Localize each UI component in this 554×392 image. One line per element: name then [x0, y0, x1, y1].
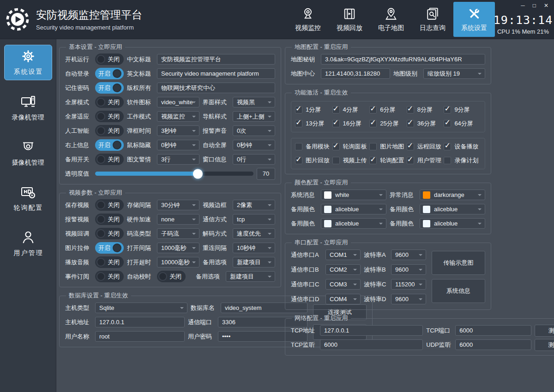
spare-color-select-4[interactable]: aliceblue [420, 218, 485, 229]
host-address-input[interactable] [95, 317, 185, 327]
auto-timesync-toggle[interactable]: 关闭 [157, 271, 186, 282]
nav-item-video-monitor[interactable]: 视频监控 [287, 0, 329, 39]
video-callback-toggle[interactable]: 关闭 [95, 228, 124, 239]
checkbox-remote-playback[interactable]: 远程回放 [407, 143, 444, 151]
en-title-input[interactable] [157, 68, 275, 79]
map-level-select[interactable]: 缩放级别 19 [423, 68, 485, 79]
host-type-select[interactable]: Sqlite [95, 303, 187, 313]
checkbox-record-plan[interactable]: 录像计划 [444, 156, 481, 165]
minimize-button[interactable]: ─ [521, 1, 525, 10]
checkbox-user-mgmt[interactable]: 用户管理 [407, 156, 444, 165]
system-info-button[interactable]: 系统信息 [432, 279, 485, 303]
serial-c-select[interactable]: COM3 [325, 279, 361, 290]
comm-mode-select[interactable]: tcp [233, 214, 275, 225]
checkbox-split-16[interactable]: 16分屏 [332, 119, 370, 128]
checkbox-video-upload[interactable]: 视频上传 [332, 156, 370, 165]
tcp-listen-input[interactable] [320, 339, 423, 350]
spare-option-select[interactable]: 新建项目 [233, 257, 275, 267]
checkbox-device-play[interactable]: 设备播放 [444, 143, 481, 151]
ui-style-select[interactable]: 视频黑 [233, 97, 275, 107]
image-stretch-toggle[interactable]: 开启 [95, 242, 124, 254]
stream-type-select[interactable]: 子码流 [157, 228, 199, 239]
checkbox-split-25[interactable]: 25分屏 [369, 119, 407, 128]
sidebar-item-camera-mgmt[interactable]: 摄像机管理 [4, 136, 52, 171]
checkbox-image-map[interactable]: 图片地图 [369, 143, 407, 151]
map-key-input[interactable] [321, 54, 485, 65]
event-subscribe-toggle[interactable]: 关闭 [95, 271, 124, 282]
spare-color-select-1[interactable]: aliceblue [321, 204, 386, 214]
play-audio-toggle[interactable]: 关闭 [95, 256, 124, 268]
checkbox-split-8[interactable]: 8分屏 [407, 106, 444, 114]
window-info-select[interactable]: 0行 [233, 154, 275, 165]
serial-d-select[interactable]: COM4 [325, 294, 361, 304]
copyright-input[interactable] [157, 83, 275, 93]
software-icon-select[interactable]: video_white [157, 97, 199, 107]
tcp-address-input[interactable] [320, 325, 423, 336]
text-alarm-select[interactable]: 3行 [157, 154, 199, 165]
baud-a-select[interactable]: 9600 [391, 249, 426, 260]
backup-switch-toggle[interactable]: 关闭 [95, 154, 124, 165]
checkbox-split-1[interactable]: 1分屏 [295, 106, 332, 114]
nav-style-select[interactable]: 上侧+上侧 [233, 111, 275, 122]
nav-item-log-query[interactable]: 日志查询 [412, 0, 453, 39]
video-border-select[interactable]: 2像素 [233, 200, 275, 210]
sidebar-item-user-mgmt[interactable]: 用户管理 [4, 226, 52, 261]
spare-option-select-2[interactable]: 新建项目 [226, 271, 275, 282]
storage-interval-select[interactable]: 30分钟 [157, 200, 199, 210]
work-mode-select[interactable]: 视频监控 [157, 111, 199, 122]
test-udp-button[interactable]: 测试UDP [535, 339, 554, 351]
error-msg-color-select[interactable]: darkorange [420, 190, 485, 200]
fullscreen-mode-toggle[interactable]: 关闭 [95, 96, 124, 108]
nav-item-video-playback[interactable]: 视频回放 [329, 0, 370, 39]
opacity-slider[interactable] [95, 172, 253, 176]
sidebar-item-recorder-mgmt[interactable]: 录像机管理 [4, 91, 52, 125]
checkbox-polling-panel[interactable]: 轮询面板 [332, 143, 370, 151]
reconnect-interval-select[interactable]: 10秒钟 [233, 243, 275, 253]
tcp-port-input[interactable] [455, 325, 531, 336]
alarm-sound-select[interactable]: 0次 [233, 125, 275, 136]
remember-password-toggle[interactable]: 开启 [95, 82, 124, 94]
system-msg-color-select[interactable]: white [321, 190, 386, 200]
popup-time-select[interactable]: 3秒钟 [157, 125, 199, 136]
open-interval-select[interactable]: 1000毫秒 [157, 243, 199, 253]
transfer-diagram-button[interactable]: 传输示意图 [432, 251, 485, 275]
checkbox-polling-config[interactable]: 轮询配置 [369, 156, 407, 165]
maximize-button[interactable]: □ [533, 1, 536, 10]
sidebar-item-system-settings[interactable]: 系统设置 [4, 45, 52, 80]
username-input[interactable] [95, 331, 185, 342]
checkbox-spare-module[interactable]: 备用模块 [295, 143, 332, 151]
checkbox-split-13[interactable]: 13分屏 [295, 119, 332, 128]
cn-title-input[interactable] [157, 54, 275, 65]
test-tcp-button[interactable]: 测试TCP [535, 325, 554, 337]
auto-fullscreen-select[interactable]: 0秒钟 [233, 140, 275, 150]
baud-b-select[interactable]: 9600 [391, 264, 426, 275]
checkbox-split-9[interactable]: 9分屏 [444, 106, 481, 114]
udp-listen-input[interactable] [455, 339, 531, 350]
spare-color-select-3[interactable]: aliceblue [321, 218, 386, 229]
nav-item-system-settings[interactable]: 系统设置 [453, 2, 495, 37]
mouse-hide-select[interactable]: 0秒钟 [157, 140, 199, 150]
spare-color-select-2[interactable]: aliceblue [420, 204, 485, 214]
fullscreen-fit-toggle[interactable]: 关闭 [95, 111, 124, 122]
checkbox-split-4[interactable]: 4分屏 [332, 106, 370, 114]
open-timeout-select[interactable]: 10000毫秒 [157, 257, 199, 267]
topright-info-toggle[interactable]: 开启 [95, 139, 124, 151]
baud-c-select[interactable]: 115200 [391, 279, 426, 290]
serial-a-select[interactable]: COM1 [325, 249, 361, 260]
checkbox-split-64[interactable]: 64分屏 [444, 119, 481, 128]
auto-login-toggle[interactable]: 开启 [95, 68, 124, 79]
alarm-video-toggle[interactable]: 关闭 [95, 214, 124, 225]
ai-toggle[interactable]: 关闭 [95, 125, 124, 137]
map-center-input[interactable] [321, 68, 390, 79]
checkbox-split-6[interactable]: 6分屏 [369, 106, 407, 114]
serial-b-select[interactable]: COM2 [325, 264, 361, 275]
checkbox-split-36[interactable]: 36分屏 [407, 119, 444, 128]
decode-mode-select[interactable]: 速度优先 [233, 228, 275, 239]
checkbox-image-playback[interactable]: 图片回放 [295, 156, 332, 165]
baud-d-select[interactable]: 9600 [391, 294, 426, 304]
slider-knob[interactable] [193, 169, 203, 178]
nav-item-emap[interactable]: 电子地图 [370, 0, 412, 39]
hw-accel-select[interactable]: none [157, 214, 199, 225]
save-video-toggle[interactable]: 关闭 [95, 199, 124, 211]
boot-run-toggle[interactable]: 关闭 [95, 53, 124, 65]
